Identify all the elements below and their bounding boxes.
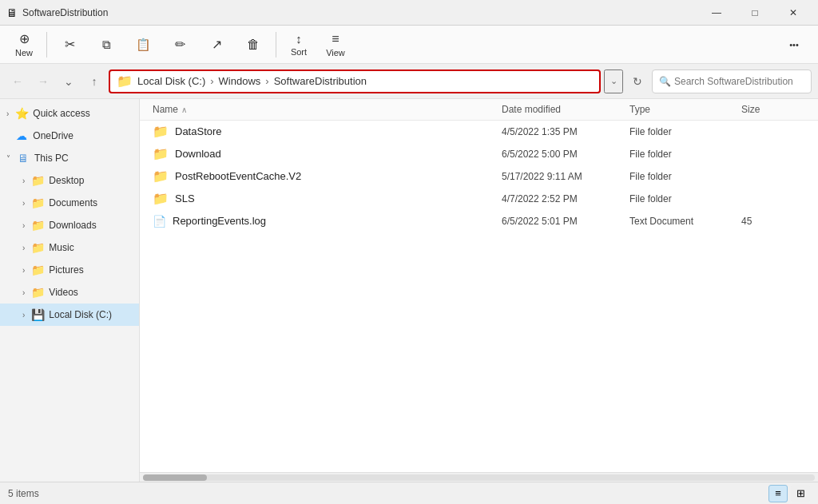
window-controls: — □ ✕ <box>698 0 812 26</box>
sidebar-item-music[interactable]: › 📁 Music <box>0 236 139 259</box>
header-date-label: Date modified <box>502 104 561 115</box>
hscroll-thumb[interactable] <box>143 474 207 481</box>
new-label: New <box>15 48 33 58</box>
delete-button[interactable]: 🗑 <box>236 34 271 55</box>
videos-icon: 📁 <box>31 286 44 299</box>
desktop-icon: 📁 <box>31 174 44 187</box>
dropdown-recent-button[interactable]: ⌄ <box>58 70 80 93</box>
folder-icon: 📁 <box>153 191 169 206</box>
file-name: DataStore <box>175 125 222 137</box>
folder-icon: 📁 <box>153 146 169 161</box>
app-icon: 🖥 <box>6 6 18 19</box>
horizontal-scrollbar[interactable] <box>140 472 818 482</box>
header-date[interactable]: Date modified <box>502 104 629 115</box>
table-row[interactable]: 📁 PostRebootEventCache.V2 5/17/2022 9:11… <box>140 165 818 188</box>
address-dropdown-button[interactable]: ⌄ <box>604 69 623 93</box>
list-view-button[interactable]: ≡ <box>768 485 788 502</box>
path-part-3: SoftwareDistribution <box>274 75 367 87</box>
sidebar-content: › ⭐ Quick access › ☁ OneDrive ˅ 🖥 This P… <box>0 102 139 478</box>
close-button[interactable]: ✕ <box>775 0 812 26</box>
file-date: 6/5/2022 5:01 PM <box>502 216 629 227</box>
sidebar-item-downloads[interactable]: › 📁 Downloads <box>0 214 139 236</box>
share-button[interactable]: ↗ <box>199 34 234 55</box>
new-icon: ⊕ <box>19 31 30 46</box>
grid-view-icon: ⊞ <box>796 487 805 499</box>
sidebar-item-pictures[interactable]: › 📁 Pictures <box>0 259 139 281</box>
table-row[interactable]: 📁 DataStore 4/5/2022 1:35 PM File folder <box>140 121 818 143</box>
sidebar-item-videos[interactable]: › 📁 Videos <box>0 281 139 304</box>
forward-button[interactable]: → <box>32 70 54 93</box>
folder-icon: 📁 <box>153 169 169 184</box>
copy-icon: ⧉ <box>102 38 111 52</box>
sort-icon: ↕ <box>296 32 302 46</box>
file-type: File folder <box>629 193 741 204</box>
local-disk-icon: 💾 <box>31 308 44 321</box>
file-name-cell: 📄 ReportingEvents.log <box>153 215 502 228</box>
desktop-label: Desktop <box>49 175 84 186</box>
documents-icon: 📁 <box>31 196 44 209</box>
file-date: 5/17/2022 9:11 AM <box>502 171 629 182</box>
sort-label: Sort <box>291 47 307 57</box>
hscroll-track <box>143 474 815 481</box>
paste-button[interactable]: 📋 <box>125 34 161 55</box>
search-box[interactable]: 🔍 <box>652 69 812 93</box>
view-icon: ≡ <box>332 32 339 46</box>
window-title: SoftwareDistribution <box>22 7 698 18</box>
minimize-button[interactable]: — <box>698 0 735 26</box>
this-pc-label: This PC <box>34 153 69 164</box>
refresh-button[interactable]: ↻ <box>626 70 649 93</box>
file-header[interactable]: Name ∧ Date modified Type Size <box>140 99 818 121</box>
sidebar-item-desktop[interactable]: › 📁 Desktop <box>0 169 139 192</box>
rename-icon: ✏ <box>175 37 185 52</box>
expand-icon-documents: › <box>22 199 25 208</box>
header-type[interactable]: Type <box>629 104 741 115</box>
toolbar: ⊕ New ✂ ⧉ 📋 ✏ ↗ 🗑 ↕ Sort ≡ View ••• <box>0 26 818 64</box>
cut-button[interactable]: ✂ <box>52 34 87 55</box>
view-label: View <box>326 48 345 58</box>
sidebar-item-this-pc[interactable]: ˅ 🖥 This PC <box>0 147 139 169</box>
search-input[interactable] <box>674 76 804 87</box>
view-button[interactable]: ≡ View <box>318 29 353 61</box>
path-part-1: Local Disk (C:) <box>137 75 205 87</box>
up-button[interactable]: ↑ <box>83 70 105 93</box>
share-icon: ↗ <box>212 37 222 52</box>
sidebar-item-local-disk[interactable]: › 💾 Local Disk (C:) <box>0 304 139 326</box>
header-size[interactable]: Size <box>741 104 805 115</box>
rename-button[interactable]: ✏ <box>162 34 197 55</box>
file-icon: 📄 <box>153 215 166 228</box>
expand-icon-downloads: › <box>22 221 25 230</box>
expand-icon-quick-access: › <box>6 109 9 118</box>
expand-icon-this-pc: ˅ <box>6 154 10 163</box>
expand-icon-desktop: › <box>22 177 25 185</box>
sidebar-item-documents[interactable]: › 📁 Documents <box>0 192 139 214</box>
header-type-label: Type <box>629 104 650 115</box>
maximize-button[interactable]: □ <box>737 0 773 26</box>
downloads-icon: 📁 <box>31 219 44 232</box>
file-size: 45 <box>741 216 805 227</box>
delete-icon: 🗑 <box>247 38 260 52</box>
sidebar-item-onedrive[interactable]: › ☁ OneDrive <box>0 125 139 147</box>
file-type: File folder <box>629 126 741 137</box>
new-button[interactable]: ⊕ New <box>6 28 42 61</box>
local-disk-label: Local Disk (C:) <box>49 309 112 320</box>
sidebar-item-quick-access[interactable]: › ⭐ Quick access <box>0 102 139 125</box>
table-row[interactable]: 📁 Download 6/5/2022 5:00 PM File folder <box>140 143 818 165</box>
more-button[interactable]: ••• <box>776 37 812 53</box>
copy-button[interactable]: ⧉ <box>89 34 124 55</box>
title-bar: 🖥 SoftwareDistribution — □ ✕ <box>0 0 818 26</box>
address-path[interactable]: 📁 Local Disk (C:) › Windows › SoftwareDi… <box>109 69 601 93</box>
grid-view-button[interactable]: ⊞ <box>791 485 810 502</box>
expand-icon-music: › <box>22 244 25 252</box>
file-name: SLS <box>175 192 195 204</box>
sort-button[interactable]: ↕ Sort <box>281 29 316 60</box>
file-date: 6/5/2022 5:00 PM <box>502 149 629 160</box>
back-button[interactable]: ← <box>6 70 29 93</box>
table-row[interactable]: 📁 SLS 4/7/2022 2:52 PM File folder <box>140 188 818 210</box>
file-date: 4/5/2022 1:35 PM <box>502 126 629 137</box>
header-name[interactable]: Name ∧ <box>153 104 502 115</box>
table-row[interactable]: 📄 ReportingEvents.log 6/5/2022 5:01 PM T… <box>140 210 818 232</box>
sort-indicator: ∧ <box>181 105 187 114</box>
cut-icon: ✂ <box>65 37 75 52</box>
quick-access-label: Quick access <box>33 108 89 119</box>
file-name-cell: 📁 Download <box>153 146 502 161</box>
